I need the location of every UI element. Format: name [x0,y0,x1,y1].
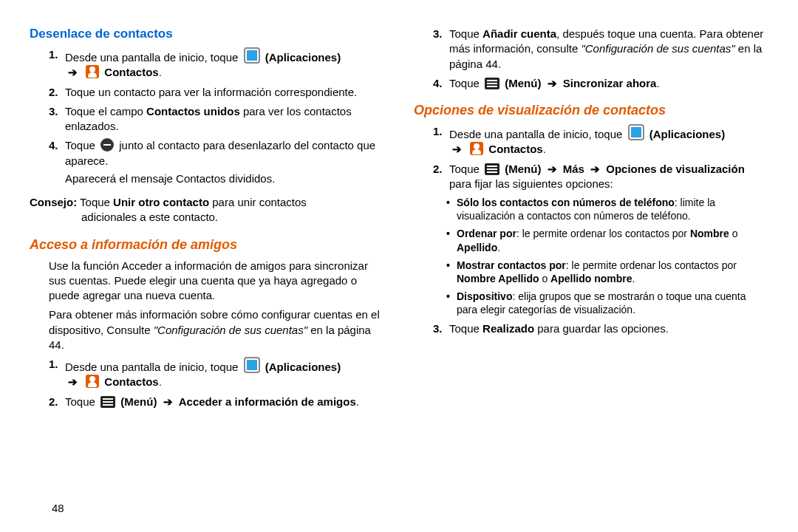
step-1: 1. Desde una pantalla de inicio, toque (… [49,47,384,81]
opciones-step-2: 2. Toque (Menú) ➔ Más ➔ Opciones de visu… [433,162,768,192]
right-column: 3. Toque Añadir cuenta, después toque un… [399,22,768,525]
acceso-step-1: 1. Desde una pantalla de inicio, toque (… [49,357,384,390]
contacts-icon [470,142,483,155]
arrow-icon: ➔ [68,375,78,388]
acceso-step-2: 2. Toque (Menú) ➔ Acceder a información … [49,395,384,409]
unlink-icon [100,138,114,151]
apps-icon [628,124,644,140]
apps-icon [244,357,260,373]
contacts-icon [86,375,99,388]
step-2: 2. Toque un contacto para ver la informa… [49,85,384,100]
right-step-3: 3. Toque Añadir cuenta, después toque un… [433,27,768,72]
page-number: 48 [52,502,64,514]
bullet-mostrar-por: • Mostrar contactos por: le permite orde… [446,259,768,285]
heading-acceso: Acceso a información de amigos [30,237,384,253]
bullet-ordenar-por: • Ordenar por: le permite ordenar los co… [446,227,768,253]
apps-icon [244,47,260,64]
menu-icon [485,163,499,175]
arrow-icon: ➔ [548,163,557,175]
arrow-icon: ➔ [590,163,600,175]
arrow-icon: ➔ [68,66,78,78]
left-column: Desenlace de contactos 1. Desde una pant… [30,22,399,525]
para-acceso-1: Use la función Acceder a información de … [49,259,384,304]
para-acceso-2: Para obtener más información sobre cómo … [49,307,384,352]
opciones-step-1: 1. Desde una pantalla de inicio, toque (… [433,124,768,157]
arrow-icon: ➔ [452,143,462,155]
menu-icon [485,78,499,89]
heading-opciones: Opciones de visualización de contactos [414,103,768,118]
step-4: 4. Toque junto al contacto para desenlaz… [49,138,384,186]
arrow-icon: ➔ [163,395,173,408]
right-step-4: 4. Toque (Menú) ➔ Sincronizar ahora. [433,76,768,91]
step-3: 3. Toque el campo Contactos unidos para … [49,104,384,134]
bullet-solo-contactos: • Sólo los contactos con números de telé… [446,196,768,222]
arrow-icon: ➔ [548,77,557,89]
tip-consejo: Consejo: Toque Unir otro contacto para u… [30,195,384,225]
opciones-step-3: 3. Toque Realizado para guardar las opci… [433,321,768,336]
menu-icon [100,396,115,408]
contacts-icon [86,65,99,78]
heading-desenlace: Desenlace de contactos [30,27,384,41]
bullet-dispositivo: • Dispositivo: elija grupos que se mostr… [446,290,768,316]
